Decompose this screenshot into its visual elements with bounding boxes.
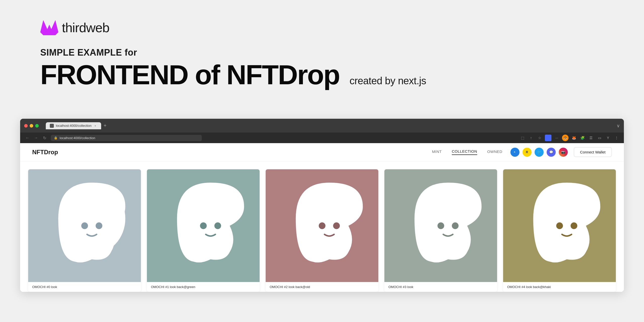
- discord-icon[interactable]: 💬: [547, 148, 556, 157]
- nft-label-2: OMOCHI #2 look back@old: [266, 282, 378, 292]
- subtitle: SIMPLE EXAMPLE for: [40, 47, 644, 58]
- rarible-icon[interactable]: R: [522, 148, 532, 157]
- connect-wallet-button[interactable]: Connect Wallet: [574, 147, 612, 157]
- nft-label-1: OMOCHI #1 look back@green: [147, 282, 260, 292]
- nav-social-icons: R 🐦 💬 📷: [510, 148, 568, 157]
- nft-label-3: OMOCHI #3 look: [384, 282, 497, 292]
- app-nav-links: MINT COLLECTION OWNED: [432, 149, 502, 155]
- browser-toolbar-icons: ⬚ ↑ ☆ ··· 🐯 🦊 🧩 ☰ ▭ Y ⋮: [519, 135, 620, 141]
- nft-label-4: OMOCHI #4 look back@khaki: [503, 282, 616, 292]
- forward-button[interactable]: →: [33, 135, 39, 141]
- nft-card-1[interactable]: OMOCHI #1 look back@green: [147, 169, 260, 292]
- menu-icon[interactable]: ☰: [588, 135, 594, 141]
- browser-tab[interactable]: localhost:4000/collection ×: [46, 122, 101, 129]
- omochi-character-2: [274, 178, 370, 274]
- browser-chrome: localhost:4000/collection × + ∨ ← → ↻ 🔒 …: [20, 119, 624, 143]
- created-by: created by next.js: [349, 76, 426, 86]
- svg-point-11: [571, 222, 577, 229]
- tab-close-button[interactable]: ×: [94, 124, 97, 128]
- nav-owned[interactable]: OWNED: [487, 149, 502, 155]
- svg-point-6: [319, 222, 326, 229]
- nft-bg-0: [28, 169, 141, 282]
- tab-expand-button[interactable]: ∨: [617, 123, 620, 129]
- omochi-character-3: [393, 178, 489, 274]
- browser-window: localhost:4000/collection × + ∨ ← → ↻ 🔒 …: [20, 119, 624, 292]
- nft-image-2: [266, 169, 378, 282]
- address-bar[interactable]: 🔒 localhost:4000/collection: [51, 135, 202, 141]
- lock-icon: 🔒: [54, 136, 58, 140]
- svg-point-5: [214, 222, 221, 229]
- nft-image-0: [28, 169, 141, 282]
- nav-mint[interactable]: MINT: [432, 149, 442, 155]
- extension-icon-orange[interactable]: 🐯: [562, 135, 569, 141]
- main-title: FRONTEND of NFTDrop created by next.js: [40, 61, 644, 89]
- logo-row: thirdweb: [40, 20, 644, 35]
- omochi-character-1: [155, 178, 251, 274]
- dots-icon[interactable]: ···: [553, 135, 560, 141]
- nft-bg-2: [266, 169, 378, 282]
- nav-buttons: ← → ↻: [24, 135, 48, 141]
- nft-card-2[interactable]: OMOCHI #2 look back@old: [266, 169, 378, 292]
- traffic-lights: [24, 124, 39, 128]
- thirdweb-logo-icon: [40, 20, 58, 35]
- puzzle-icon[interactable]: 🧩: [579, 135, 586, 141]
- app-content: NFTDrop MINT COLLECTION OWNED R 🐦 💬: [20, 143, 624, 292]
- close-button[interactable]: [24, 124, 28, 128]
- nav-collection[interactable]: COLLECTION: [452, 149, 477, 155]
- more-icon[interactable]: ⋮: [613, 135, 620, 141]
- nft-card-0[interactable]: OMOCHI #0 look: [28, 169, 141, 292]
- back-button[interactable]: ←: [24, 135, 31, 141]
- browser-titlebar: localhost:4000/collection × + ∨: [20, 119, 624, 133]
- nft-label-0: OMOCHI #0 look: [28, 282, 141, 292]
- svg-point-10: [556, 222, 563, 229]
- share-icon[interactable]: ↑: [528, 135, 534, 141]
- nft-card-3[interactable]: OMOCHI #3 look: [384, 169, 497, 292]
- tab-url-label: localhost:4000/collection: [56, 124, 92, 128]
- instagram-icon[interactable]: 📷: [559, 148, 568, 157]
- browser-addressbar: ← → ↻ 🔒 localhost:4000/collection ⬚ ↑ ☆ …: [20, 133, 624, 143]
- opensea-icon[interactable]: [510, 148, 519, 157]
- marketing-area: thirdweb SIMPLE EXAMPLE for FRONTEND of …: [0, 0, 644, 104]
- nft-image-3: [384, 169, 497, 282]
- minimize-button[interactable]: [30, 124, 33, 128]
- app-logo: NFTDrop: [32, 149, 58, 156]
- svg-point-4: [200, 222, 207, 229]
- sidebar-icon[interactable]: ▭: [596, 135, 603, 141]
- screenshot-icon[interactable]: ⬚: [519, 135, 526, 141]
- nft-bg-1: [147, 169, 260, 282]
- svg-point-2: [81, 222, 88, 229]
- nft-bg-3: [384, 169, 497, 282]
- metamask-icon[interactable]: 🦊: [571, 135, 577, 141]
- svg-point-8: [437, 222, 444, 229]
- svg-point-7: [333, 222, 340, 229]
- logo-text: thirdweb: [62, 20, 109, 35]
- twitter-icon[interactable]: 🐦: [535, 148, 544, 157]
- maximize-button[interactable]: [35, 124, 39, 128]
- user-icon[interactable]: Y: [605, 135, 611, 141]
- new-tab-button[interactable]: +: [102, 122, 109, 130]
- bookmark-icon[interactable]: ☆: [536, 135, 543, 141]
- omochi-character-4: [512, 178, 608, 274]
- svg-point-3: [96, 222, 102, 229]
- svg-point-9: [452, 222, 459, 229]
- tab-favicon: [50, 124, 54, 128]
- nft-grid: OMOCHI #0 look OMOCHI #1 look back@green: [20, 161, 624, 292]
- nft-image-4: [503, 169, 616, 282]
- app-navbar: NFTDrop MINT COLLECTION OWNED R 🐦 💬: [20, 143, 624, 161]
- tab-area: localhost:4000/collection × +: [46, 122, 108, 130]
- omochi-character-0: [37, 178, 133, 274]
- address-text: localhost:4000/collection: [60, 136, 95, 140]
- nft-bg-4: [503, 169, 616, 282]
- nft-image-1: [147, 169, 260, 282]
- extension-icon-blue[interactable]: [545, 135, 551, 141]
- nft-card-4[interactable]: OMOCHI #4 look back@khaki: [503, 169, 616, 292]
- refresh-button[interactable]: ↻: [41, 135, 48, 141]
